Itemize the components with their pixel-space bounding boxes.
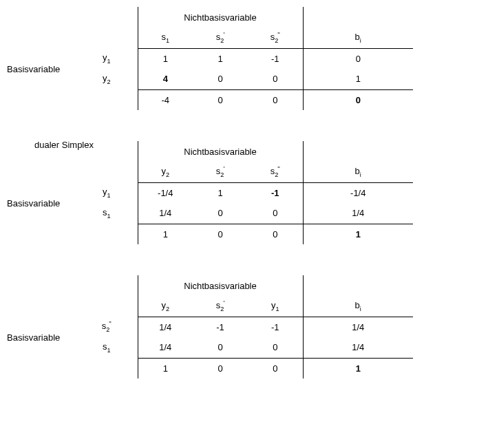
cell: 0 bbox=[193, 337, 248, 358]
tableau: dualer SimplexNichtbasisvariabley2s2's2'… bbox=[7, 141, 481, 244]
cell: 1 bbox=[138, 48, 193, 69]
cell: 0 bbox=[248, 337, 303, 358]
obj-cell: 0 bbox=[248, 358, 303, 378]
tableau: Nichtbasisvariabley2s2'y1bis2''Basisvari… bbox=[7, 275, 481, 378]
cell: 0 bbox=[193, 203, 248, 224]
row-label: y1Basisvariable bbox=[76, 48, 138, 69]
cell-b: 0 bbox=[303, 48, 413, 69]
row-label: y1Basisvariable bbox=[76, 182, 138, 203]
cell: -1 bbox=[248, 182, 303, 203]
cell: 0 bbox=[248, 69, 303, 89]
obj-cell: 0 bbox=[248, 89, 303, 110]
cell: -1/4 bbox=[138, 182, 193, 203]
obj-cell-b: 1 bbox=[303, 358, 413, 378]
cell: 0 bbox=[193, 69, 248, 89]
cell: 1/4 bbox=[138, 337, 193, 358]
row-label: s1 bbox=[76, 337, 138, 358]
col-header-b: bi bbox=[303, 296, 413, 317]
basis-label: Basisvariable bbox=[7, 198, 76, 209]
cell: 1/4 bbox=[138, 203, 193, 224]
nonbasis-header: Nichtbasisvariable bbox=[138, 275, 303, 296]
col-header: s1 bbox=[138, 28, 193, 48]
simplex-table: Nichtbasisvariabley2s2's2''biy1Basisvari… bbox=[76, 141, 413, 244]
cell: 1/4 bbox=[138, 317, 193, 337]
cell-b: 1 bbox=[303, 69, 413, 89]
col-header: s2'' bbox=[248, 28, 303, 48]
obj-cell: 0 bbox=[193, 224, 248, 244]
basis-label: Basisvariable bbox=[7, 64, 76, 74]
cell: 0 bbox=[248, 203, 303, 224]
cell: -1 bbox=[248, 317, 303, 337]
col-header: y2 bbox=[138, 162, 193, 182]
row-label: s2''Basisvariable bbox=[76, 317, 138, 337]
col-header-b: bi bbox=[303, 162, 413, 182]
col-header: s2' bbox=[193, 296, 248, 317]
row-label: s1 bbox=[76, 203, 138, 224]
col-header: s2' bbox=[193, 162, 248, 182]
obj-cell-b: 0 bbox=[303, 89, 413, 110]
obj-cell: 1 bbox=[138, 358, 193, 378]
cell-b: 1/4 bbox=[303, 337, 413, 358]
cell: 4 bbox=[138, 69, 193, 89]
obj-cell-b: 1 bbox=[303, 224, 413, 244]
nonbasis-header: Nichtbasisvariable bbox=[138, 141, 303, 162]
col-header: y1 bbox=[248, 296, 303, 317]
obj-cell: 1 bbox=[138, 224, 193, 244]
nonbasis-header: Nichtbasisvariable bbox=[138, 7, 303, 28]
col-header: s2' bbox=[193, 28, 248, 48]
cell: 1 bbox=[193, 48, 248, 69]
col-header: y2 bbox=[138, 296, 193, 317]
cell-b: 1/4 bbox=[303, 203, 413, 224]
cell-b: -1/4 bbox=[303, 182, 413, 203]
cell: -1 bbox=[193, 317, 248, 337]
cell-b: 1/4 bbox=[303, 317, 413, 337]
tableau: Nichtbasisvariables1s2's2''biy1Basisvari… bbox=[7, 7, 481, 110]
cell: -1 bbox=[248, 48, 303, 69]
simplex-table: Nichtbasisvariables1s2's2''biy1Basisvari… bbox=[76, 7, 413, 110]
cell: 1 bbox=[193, 182, 248, 203]
col-header: s2'' bbox=[248, 162, 303, 182]
obj-cell: -4 bbox=[138, 89, 193, 110]
simplex-table: Nichtbasisvariabley2s2'y1bis2''Basisvari… bbox=[76, 275, 413, 378]
row-label: y2 bbox=[76, 69, 138, 89]
obj-cell: 0 bbox=[248, 224, 303, 244]
obj-cell: 0 bbox=[193, 89, 248, 110]
col-header-b: bi bbox=[303, 28, 413, 48]
basis-label: Basisvariable bbox=[7, 332, 76, 343]
obj-cell: 0 bbox=[193, 358, 248, 378]
